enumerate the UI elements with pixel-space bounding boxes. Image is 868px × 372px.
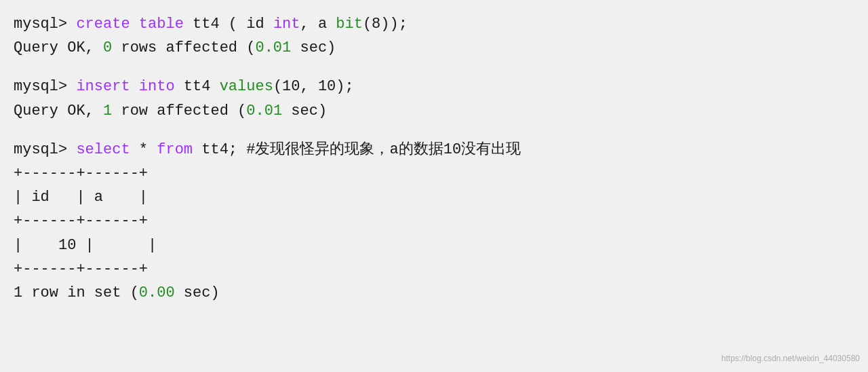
prompt-2: mysql>: [14, 78, 76, 95]
keyword-select: select: [76, 141, 130, 158]
keyword-bit: bit: [336, 16, 363, 33]
table-border-3: +------+------+: [14, 257, 854, 281]
table-row-1: | 10 | |: [14, 234, 854, 257]
table-border-2: +------+------+: [14, 209, 854, 233]
result-time-3: 0.00: [139, 284, 175, 301]
watermark: https://blog.csdn.net/weixin_44030580: [722, 352, 860, 365]
result-rows-1: 0: [103, 39, 112, 56]
spacer-2: [14, 123, 854, 138]
result-line-2: Query OK, 1 row affected (0.01 sec): [14, 99, 854, 123]
command-line-3: mysql> select * from tt4; #发现很怪异的现象，a的数据…: [14, 138, 854, 162]
terminal-output: mysql> create table tt4 ( id int, a bit(…: [14, 12, 854, 305]
spacer-1: [14, 60, 854, 75]
table-border-1: +------+------+: [14, 162, 854, 185]
result-line-3: 1 row in set (0.00 sec): [14, 281, 854, 305]
command-line-1: mysql> create table tt4 ( id int, a bit(…: [14, 12, 854, 36]
keyword-int: int: [273, 16, 300, 33]
keyword-values: values: [220, 78, 273, 95]
prompt-1: mysql>: [14, 16, 76, 33]
result-time-2: 0.01: [246, 103, 282, 119]
keyword-insert-into: insert into: [76, 78, 174, 95]
prompt-3: mysql>: [14, 141, 76, 158]
result-line-1: Query OK, 0 rows affected (0.01 sec): [14, 36, 854, 60]
keyword-create-table: create table: [76, 16, 183, 33]
command-line-2: mysql> insert into tt4 values(10, 10);: [14, 75, 854, 98]
table-header: | id | a |: [14, 185, 854, 209]
result-time-1: 0.01: [255, 39, 291, 56]
result-rows-2: 1: [103, 103, 112, 119]
keyword-from: from: [157, 141, 193, 158]
